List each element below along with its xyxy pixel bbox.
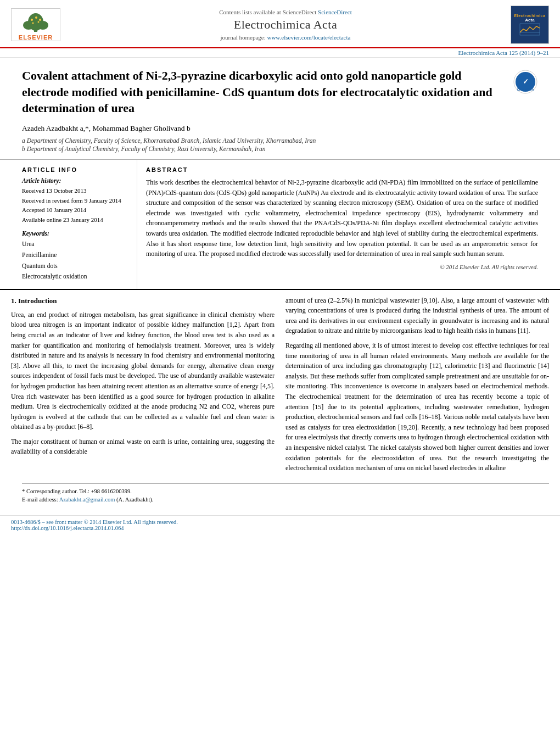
svg-point-2 [23, 21, 34, 30]
revised-date: Received in revised form 9 January 2014 [22, 196, 128, 206]
article-info-heading: ARTICLE INFO [22, 166, 128, 173]
intro-para1: Urea, an end product of nitrogen metabol… [11, 310, 275, 432]
keyword-penicillamine: Penicillamine [22, 250, 128, 261]
authors-line: Azadeh Azadbakht a,*, Mohammad Bagher Gh… [22, 124, 538, 133]
svg-point-4 [31, 19, 33, 21]
footnote-email: E-mail address: Azabakht.a@gmail.com (A.… [22, 495, 549, 504]
accepted-date: Accepted 10 January 2014 [22, 205, 128, 215]
journal-ref-bar: Electrochimica Acta 125 (2014) 9–21 [0, 48, 560, 58]
body-col-left: 1. Introduction Urea, an end product of … [11, 295, 275, 478]
sciencedirect-line: Contents lists available at ScienceDirec… [60, 9, 511, 15]
homepage-url[interactable]: www.elsevier.com/locate/electacta [267, 34, 350, 41]
footnote-section: * Corresponding author. Tel.: +98 661620… [22, 483, 549, 505]
intro-para2: The major constituent of human or animal… [11, 437, 275, 457]
journal-meta: Contents lists available at ScienceDirec… [60, 9, 511, 41]
abstract-col: ABSTRACT This work describes the electro… [137, 160, 549, 289]
keyword-urea: Urea [22, 239, 128, 250]
article-title-section: Covalent attachment of Ni-2,3-pyrazine d… [0, 58, 560, 160]
homepage-line: journal homepage: www.elsevier.com/locat… [60, 34, 511, 41]
available-date: Available online 23 January 2014 [22, 215, 128, 225]
footnote-corresponding: * Corresponding author. Tel.: +98 661620… [22, 487, 549, 496]
keyword-electrocatalytic: Electrocatalytic oxidation [22, 271, 128, 282]
article-title-block: Covalent attachment of Ni-2,3-pyrazine d… [22, 68, 538, 116]
article-history: Article history: Received 13 October 201… [22, 177, 128, 225]
body-section: 1. Introduction Urea, an end product of … [0, 289, 560, 510]
abstract-heading: ABSTRACT [146, 166, 538, 173]
keywords-label: Keywords: [22, 230, 128, 237]
journal-header: ELSEVIER Contents lists available at Sci… [0, 0, 560, 48]
footer-bar: 0013-4686/$ – see front matter © 2014 El… [0, 515, 560, 534]
history-label: Article history: [22, 177, 128, 184]
abstract-text: This work describes the electrochemical … [146, 177, 538, 259]
elsevier-brand-text: ELSEVIER [19, 34, 53, 41]
svg-point-7 [32, 23, 34, 24]
elsevier-logo: ELSEVIER [11, 8, 60, 41]
svg-point-5 [35, 16, 37, 19]
intro-col2-para1: amount of urea (2–2.5%) in municipal was… [285, 295, 549, 336]
copyright-line: © 2014 Elsevier Ltd. All rights reserved… [146, 264, 538, 270]
crossmark-badge: ✓ CrossMark [513, 70, 538, 99]
svg-point-8 [38, 21, 40, 23]
article-info-abstract: ARTICLE INFO Article history: Received 1… [0, 160, 560, 289]
intro-col2-para2: Regarding all mentioned above, it is of … [285, 341, 549, 473]
intro-title: 1. Introduction [11, 295, 275, 306]
article-title: Covalent attachment of Ni-2,3-pyrazine d… [22, 68, 513, 116]
affiliation-a: a Department of Chemistry, Faculty of Sc… [22, 137, 538, 144]
received-date: Received 13 October 2013 [22, 186, 128, 196]
ea-logo: Electrochimica Acta [511, 5, 549, 44]
page: ELSEVIER Contents lists available at Sci… [0, 0, 560, 742]
keyword-quantum-dots: Quantum dots [22, 261, 128, 272]
svg-point-6 [39, 19, 41, 21]
sciencedirect-link[interactable]: ScienceDirect [318, 9, 352, 15]
keywords-block: Keywords: Urea Penicillamine Quantum dot… [22, 230, 128, 282]
svg-text:✓: ✓ [523, 77, 529, 86]
footer-doi: http://dx.doi.org/10.1016/j.electacta.20… [11, 525, 549, 531]
journal-title: Electrochimica Acta [60, 18, 511, 32]
article-info-col: ARTICLE INFO Article history: Received 1… [11, 160, 137, 289]
affiliation-b: b Department of Analytical Chemistry, Fa… [22, 146, 538, 152]
footer-issn: 0013-4686/$ – see front matter © 2014 El… [11, 519, 549, 525]
svg-text:CrossMark: CrossMark [517, 88, 534, 91]
body-col-right: amount of urea (2–2.5%) in municipal was… [285, 295, 549, 478]
body-two-col: 1. Introduction Urea, an end product of … [11, 295, 549, 478]
